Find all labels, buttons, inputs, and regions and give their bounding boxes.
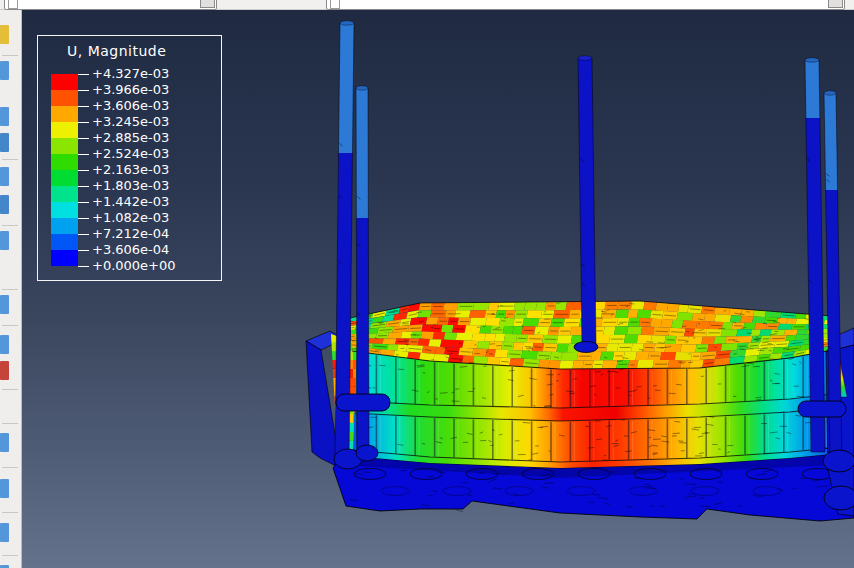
- toolbar-separator: [2, 512, 18, 513]
- legend-swatch: [51, 74, 78, 90]
- contour-legend: U, Magnitude +4.327e-03+3.966e-03+3.606e…: [37, 35, 222, 281]
- toolbar-separator: [2, 225, 18, 226]
- unknown-tool-icon[interactable]: [0, 25, 9, 44]
- legend-swatch: [51, 106, 78, 122]
- toolbar-separator: [2, 159, 18, 160]
- legend-tick-label: +1.442e-03: [92, 194, 169, 209]
- toolbar-separator: [2, 467, 18, 468]
- legend-swatch: [51, 250, 78, 266]
- legend-swatch: [51, 154, 78, 170]
- unknown-tool-icon[interactable]: [0, 523, 9, 542]
- legend-tick-line: [78, 170, 89, 171]
- toolbar-separator: [2, 325, 18, 326]
- legend-tick-label: +3.966e-03: [92, 82, 169, 97]
- toolbar-separator: [2, 289, 18, 290]
- legend-swatch: [51, 122, 78, 138]
- unknown-tool-icon[interactable]: [0, 479, 9, 498]
- legend-tick-line: [78, 250, 89, 251]
- toolbar-separator: [2, 55, 18, 56]
- legend-tick-label: +3.606e-03: [92, 98, 169, 113]
- legend-tick-label: +3.606e-04: [92, 242, 169, 257]
- context-bar: [0, 0, 854, 10]
- viewport-3d[interactable]: U, Magnitude +4.327e-03+3.966e-03+3.606e…: [22, 9, 854, 568]
- unknown-tool-icon[interactable]: [0, 133, 9, 152]
- legend-swatch: [51, 90, 78, 106]
- legend-tick-label: +3.245e-03: [92, 114, 169, 129]
- legend-swatch: [51, 218, 78, 234]
- combo-dropdown-button[interactable]: [200, 0, 215, 8]
- legend-tick-line: [78, 186, 89, 187]
- legend-tick-line: [78, 202, 89, 203]
- unknown-tool-icon[interactable]: [0, 61, 9, 80]
- legend-tick-label: +1.082e-03: [92, 210, 169, 225]
- legend-tick-label: +2.885e-03: [92, 130, 169, 145]
- legend-tick-line: [78, 234, 89, 235]
- combo-dropdown-button[interactable]: [828, 0, 843, 8]
- context-combo-1[interactable]: [4, 0, 217, 10]
- combo-left-box-icon: [330, 0, 340, 9]
- legend-tick-line: [78, 218, 89, 219]
- legend-tick-line: [78, 154, 89, 155]
- legend-tick-label: +1.803e-03: [92, 178, 169, 193]
- unknown-tool-icon[interactable]: [0, 335, 9, 354]
- toolbar-separator: [2, 555, 18, 556]
- legend-tick-line: [78, 90, 89, 91]
- legend-tick-line: [78, 138, 89, 139]
- legend-tick-line: [78, 74, 89, 75]
- unknown-tool-icon[interactable]: [0, 195, 9, 214]
- unknown-tool-icon[interactable]: [0, 231, 9, 250]
- legend-title: U, Magnitude: [67, 43, 166, 59]
- unknown-tool-icon[interactable]: [0, 433, 9, 452]
- legend-tick-label: +0.000e+00: [92, 258, 176, 273]
- legend-tick-line: [78, 122, 89, 123]
- legend-tick-label: +2.524e-03: [92, 146, 169, 161]
- legend-tick-label: +2.163e-03: [92, 162, 169, 177]
- unknown-tool-icon[interactable]: [0, 295, 9, 314]
- legend-swatch: [51, 170, 78, 186]
- combo-left-box-icon: [8, 0, 18, 9]
- legend-swatch: [51, 138, 78, 154]
- toolbar-separator: [2, 389, 18, 390]
- legend-tick-line: [78, 106, 89, 107]
- unknown-tool-icon[interactable]: [0, 361, 9, 380]
- toolbar-separator: [2, 423, 18, 424]
- legend-tick-line: [78, 266, 89, 267]
- context-combo-2[interactable]: [326, 0, 845, 10]
- legend-swatch: [51, 234, 78, 250]
- unknown-tool-icon[interactable]: [0, 107, 9, 126]
- legend-swatch: [51, 186, 78, 202]
- legend-tick-label: +7.212e-04: [92, 226, 169, 241]
- unknown-tool-icon[interactable]: [0, 167, 9, 186]
- toolbar-left: [0, 9, 22, 568]
- legend-tick-label: +4.327e-03: [92, 66, 169, 81]
- legend-swatch: [51, 202, 78, 218]
